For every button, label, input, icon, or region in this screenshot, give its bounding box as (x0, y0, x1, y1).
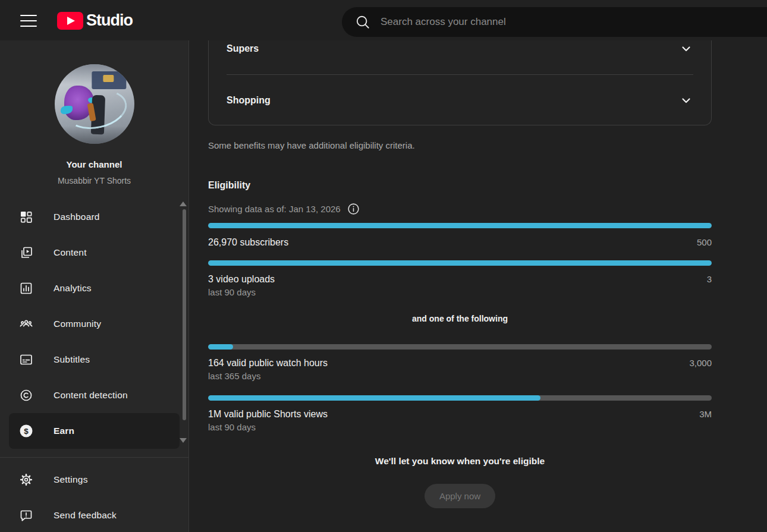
youtube-play-icon (57, 12, 83, 30)
svg-text:$: $ (24, 427, 29, 436)
shopping-label: Shopping (227, 95, 271, 106)
sidebar-item-content[interactable]: Content (9, 235, 180, 270)
subtitles-icon (19, 352, 33, 367)
shorts-views-requirement: 1M valid public Shorts views 3M (208, 408, 712, 420)
requirement-target: 3M (699, 408, 712, 420)
benefits-card: Supers Shopping (208, 40, 712, 125)
channel-avatar[interactable] (55, 64, 134, 144)
sidebar-item-dashboard[interactable]: Dashboard (9, 199, 180, 235)
requirement-target: 3 (707, 273, 712, 285)
channel-name: Musabbir YT Shorts (0, 175, 188, 186)
requirement-target: 3,000 (689, 357, 712, 369)
sidebar-nav: Dashboard Content (0, 199, 188, 449)
eligibility-title: Eligibility (208, 179, 712, 192)
sidebar-item-content-detection[interactable]: Content detection (9, 377, 180, 413)
watch-hours-progress-bar (208, 344, 712, 350)
data-as-of-row: Showing data as of: Jan 13, 2026 (208, 202, 712, 215)
sidebar-item-earn[interactable]: $ Earn (9, 413, 180, 449)
sidebar-divider (0, 457, 188, 458)
requirement-label: 26,970 subscribers (208, 236, 288, 248)
sidebar-item-label: Settings (54, 474, 88, 485)
dashboard-icon (19, 210, 33, 224)
gear-icon (19, 473, 33, 487)
benefits-note: Some benefits may have additional eligib… (208, 140, 712, 152)
sidebar-item-label: Dashboard (54, 212, 100, 222)
sidebar-item-label: Send feedback (54, 510, 117, 521)
youtube-studio-window: Studio Your channel Musabbir YT Shorts (0, 0, 767, 532)
main-content: Supers Shopping Some benefits may have a… (190, 40, 767, 532)
avatar-art (55, 126, 134, 144)
subscribers-requirement: 26,970 subscribers 500 (208, 236, 712, 248)
sidebar-item-label: Content detection (54, 390, 128, 401)
progress-fill (208, 344, 233, 350)
chevron-down-icon (679, 93, 693, 108)
chevron-down-icon (679, 42, 693, 56)
benefit-section-shopping[interactable]: Shopping (209, 75, 711, 125)
requirement-label: 164 valid public watch hours (208, 357, 328, 369)
feedback-icon (19, 508, 33, 522)
eligibility-status-message: We'll let you know when you're eligible (208, 455, 712, 467)
or-text: and one of the following (208, 313, 712, 325)
data-as-of-text: Showing data as of: Jan 13, 2026 (208, 204, 341, 214)
sidebar-item-label: Analytics (54, 283, 92, 294)
studio-logo-text: Studio (86, 11, 133, 30)
shorts-views-progress-bar (208, 395, 712, 401)
benefit-section-supers[interactable]: Supers (209, 40, 711, 74)
sidebar-item-settings[interactable]: Settings (9, 462, 180, 498)
scroll-up-icon[interactable] (180, 202, 187, 206)
requirement-label: 3 video uploads (208, 273, 275, 285)
requirement-target: 500 (697, 236, 712, 248)
studio-logo[interactable]: Studio (57, 11, 133, 30)
progress-fill (208, 260, 712, 266)
top-bar: Studio (0, 0, 767, 40)
avatar-art (92, 71, 126, 89)
uploads-requirement: 3 video uploads 3 (208, 273, 712, 285)
dollar-icon: $ (19, 424, 33, 438)
supers-label: Supers (227, 40, 259, 57)
scroll-down-icon[interactable] (180, 438, 187, 443)
progress-fill (208, 223, 712, 228)
search-input[interactable] (381, 16, 713, 28)
your-channel-title: Your channel (0, 159, 188, 170)
sidebar-item-send-feedback[interactable]: Send feedback (9, 498, 180, 532)
sidebar-item-label: Earn (54, 426, 74, 436)
sidebar-item-label: Subtitles (54, 354, 90, 365)
sidebar-item-label: Content (54, 247, 87, 258)
copyright-icon (19, 388, 33, 402)
requirement-label: 1M valid public Shorts views (208, 408, 328, 420)
hamburger-menu-icon[interactable] (20, 15, 37, 27)
analytics-icon (19, 281, 33, 295)
sidebar-scrollbar[interactable] (183, 209, 186, 420)
sidebar-item-analytics[interactable]: Analytics (9, 270, 180, 306)
search-icon (355, 14, 370, 30)
requirement-sublabel: last 90 days (208, 286, 712, 298)
sidebar-footer: Settings Send feedback (0, 462, 188, 532)
uploads-progress-bar (208, 260, 712, 266)
requirement-sublabel: last 365 days (208, 370, 712, 382)
content-icon (19, 245, 33, 260)
progress-fill (208, 395, 540, 401)
community-icon (19, 317, 33, 331)
sidebar-item-label: Community (54, 319, 101, 329)
search-bar[interactable] (342, 7, 767, 37)
info-icon[interactable] (347, 203, 360, 215)
sidebar-item-community[interactable]: Community (9, 306, 180, 342)
sidebar: Your channel Musabbir YT Shorts Dashboar… (0, 40, 189, 532)
apply-now-button[interactable]: Apply now (425, 484, 495, 508)
sidebar-item-subtitles[interactable]: Subtitles (9, 342, 180, 377)
watch-hours-requirement: 164 valid public watch hours 3,000 (208, 357, 712, 369)
subscribers-progress-bar (208, 223, 712, 228)
requirement-sublabel: last 90 days (208, 421, 712, 433)
